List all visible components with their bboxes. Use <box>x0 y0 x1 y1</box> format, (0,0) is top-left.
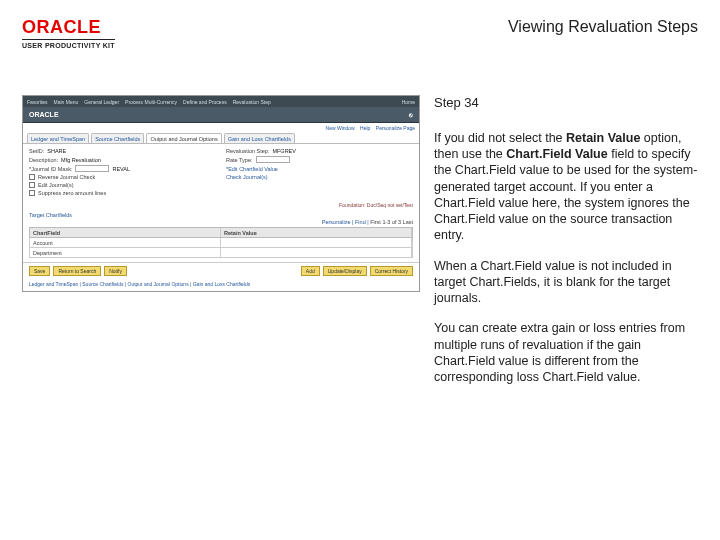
reverse-label: Reverse Journal Check <box>38 174 95 180</box>
embedded-screenshot: Favorites Main Menu General Ledger Proce… <box>22 95 420 399</box>
setid-value: SHARE <box>47 148 66 154</box>
app-breadcrumb-bar: Favorites Main Menu General Ledger Proce… <box>23 96 419 107</box>
nav-item[interactable]: Favorites <box>27 99 48 105</box>
edit-journals-checkbox[interactable] <box>29 182 35 188</box>
target-cf-grid: ChartField Retain Value Account Departme… <box>29 227 413 258</box>
text-fragment: field to specify the Chart.Field value t… <box>434 147 697 242</box>
instruction-para-2: When a Chart.Field value is not included… <box>434 258 698 307</box>
revalstep-value: MFGREV <box>272 148 296 154</box>
table-row: Department <box>29 248 413 258</box>
return-button[interactable]: Return to Search <box>53 266 101 276</box>
update-display-button[interactable]: Update/Display <box>323 266 367 276</box>
instruction-para-3: You can create extra gain or loss entrie… <box>434 320 698 385</box>
cell-chartfield[interactable]: Account <box>30 238 221 247</box>
rate-input[interactable] <box>256 156 290 163</box>
nav-item[interactable]: Revaluation Step <box>233 99 271 105</box>
revalstep-label: Revaluation Step: <box>226 148 269 154</box>
app-tabs: Ledger and TimeSpan Source Chartfields O… <box>23 131 419 144</box>
suppress-zero-checkbox[interactable] <box>29 190 35 196</box>
notify-button[interactable]: Notify <box>104 266 127 276</box>
instruction-para-1: If you did not select the Retain Value o… <box>434 130 698 244</box>
form-area: SetID:SHARE Revaluation Step:MFGREV Desc… <box>23 144 419 200</box>
page-title: Viewing Revaluation Steps <box>508 18 698 36</box>
tab-ledger-timespan[interactable]: Ledger and TimeSpan <box>27 133 89 143</box>
descr-label: Description: <box>29 157 58 163</box>
upk-label: USER PRODUCTIVITY KIT <box>22 39 115 49</box>
check-journals-link[interactable]: Check Journal(s) <box>226 174 268 180</box>
sublink[interactable]: Help <box>360 125 370 131</box>
app-sublinks: New Window Help Personalize Page <box>23 123 419 131</box>
table-row: Account <box>29 238 413 248</box>
sublink[interactable]: Personalize Page <box>376 125 415 131</box>
nav-item[interactable]: Process Multi-Currency <box>125 99 177 105</box>
instruction-panel: Step 34 If you did not select the Retain… <box>434 95 698 399</box>
rate-label: Rate Type: <box>226 157 253 163</box>
cell-retain[interactable] <box>221 248 412 257</box>
docseq-note: Foundation: Doc/Seq not set/Test <box>23 200 419 210</box>
text-fragment: If you did not select the <box>434 131 566 145</box>
add-button[interactable]: Add <box>301 266 320 276</box>
setid-label: SetID: <box>29 148 44 154</box>
oracle-logo-block: ORACLE USER PRODUCTIVITY KIT <box>22 18 115 49</box>
tab-output-journal[interactable]: Output and Journal Options <box>146 133 221 143</box>
descr-value: Mfg Revaluation <box>61 157 101 163</box>
button-bar: Save Return to Search Notify Add Update/… <box>23 262 419 279</box>
nav-item[interactable]: Main Menu <box>54 99 79 105</box>
jrnl-value: REVAL <box>112 166 130 172</box>
cell-retain[interactable] <box>221 238 412 247</box>
save-button[interactable]: Save <box>29 266 50 276</box>
step-label: Step 34 <box>434 95 698 112</box>
range-label: First 1-3 of 3 Last <box>370 219 413 225</box>
edit-cf-link[interactable]: *Edit Chartfield Value <box>226 166 278 172</box>
col-header-retain: Retain Value <box>221 228 412 237</box>
target-cf-title: Target Chartfields <box>23 210 419 219</box>
tab-gain-loss[interactable]: Gain and Loss Chartfields <box>224 133 295 143</box>
sublink[interactable]: New Window <box>326 125 355 131</box>
bold-chartfield-value: Chart.Field Value <box>506 147 607 161</box>
nav-item[interactable]: Define and Process <box>183 99 227 105</box>
nav-item[interactable]: General Ledger <box>84 99 119 105</box>
oracle-wordmark: ORACLE <box>22 18 115 36</box>
edit-journals-label: Edit Journal(s) <box>38 182 73 188</box>
cell-chartfield[interactable]: Department <box>30 248 221 257</box>
col-header-chartfield: ChartField <box>30 228 221 237</box>
suppress-zero-label: Suppress zero amount lines <box>38 190 106 196</box>
personalize-link[interactable]: Personalize | Find | <box>322 219 369 225</box>
jrnl-input[interactable] <box>75 165 109 172</box>
bottom-tab-links[interactable]: Ledger and TimeSpan | Source Chartfields… <box>23 279 419 291</box>
tab-source-chartfields[interactable]: Source Chartfields <box>91 133 144 143</box>
home-link[interactable]: Home <box>402 99 415 105</box>
jrnl-label: *Journal ID Mask: <box>29 166 72 172</box>
signout-icon[interactable]: ⎋ <box>409 112 413 118</box>
app-brand-bar: ORACLE ⎋ <box>23 107 419 123</box>
reverse-checkbox[interactable] <box>29 174 35 180</box>
bold-retain-value: Retain Value <box>566 131 640 145</box>
app-brand-label: ORACLE <box>29 111 59 118</box>
correct-history-button[interactable]: Correct History <box>370 266 413 276</box>
